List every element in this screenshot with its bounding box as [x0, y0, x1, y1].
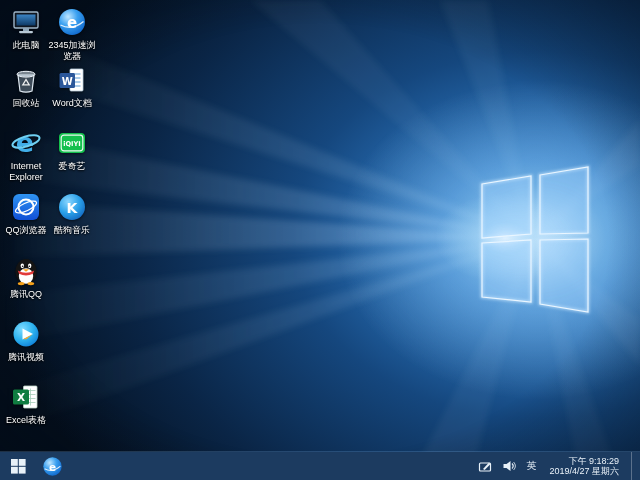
- desktop-icon-iqiyi[interactable]: iQIYI 爱奇艺: [46, 127, 98, 172]
- computer-icon: [10, 6, 42, 38]
- desktop-icon-internet-explorer[interactable]: e Internet Explorer: [0, 127, 52, 183]
- e-letter: e: [67, 14, 77, 32]
- w-letter: W: [62, 76, 73, 87]
- desktop-icon-excel[interactable]: X Excel表格: [0, 381, 52, 426]
- system-tray: 英 下午 9:18:29 2019/4/27 星期六: [477, 452, 640, 480]
- desktop-icon-label: 回收站: [13, 98, 40, 109]
- pen-icon[interactable]: [477, 458, 493, 474]
- tencent-video-play-icon: [10, 318, 42, 350]
- windows-desktop: 此电脑 e 2345加速浏览器 回收站 W Word文档: [0, 0, 640, 480]
- desktop-icon-label: 腾讯视频: [8, 352, 44, 363]
- desktop-icon-this-pc[interactable]: 此电脑: [0, 6, 52, 51]
- clock-date: 2019/4/27 星期六: [549, 466, 619, 477]
- blue-e-globe-icon: e: [42, 456, 63, 477]
- ie-letter: e: [16, 127, 34, 158]
- speaker-icon[interactable]: [501, 458, 517, 474]
- taskbar: e 英 下午 9:18:29 2019/4/27 星期六: [0, 452, 640, 480]
- qq-browser-globe-icon: [10, 191, 42, 223]
- qq-penguin-icon: [10, 255, 42, 287]
- desktop-icon-label: 此电脑: [13, 40, 40, 51]
- excel-icon: X: [10, 381, 42, 413]
- clock-time: 下午 9:18:29: [549, 456, 619, 467]
- iqiyi-wordmark: iQIYI: [63, 140, 81, 148]
- desktop-icon-word[interactable]: W Word文档: [46, 64, 98, 109]
- desktop-icon-label: 2345加速浏览器: [46, 40, 98, 62]
- taskbar-pinned-2345-browser[interactable]: e: [36, 452, 68, 480]
- word-icon: W: [56, 64, 88, 96]
- x-letter: X: [17, 391, 25, 403]
- language-indicator[interactable]: 英: [525, 452, 537, 480]
- desktop-icon-label: Internet Explorer: [0, 161, 52, 183]
- desktop-icon-label: Excel表格: [6, 415, 46, 426]
- desktop-icon-label: 爱奇艺: [59, 161, 86, 172]
- desktop-icon-label: QQ浏览器: [5, 225, 46, 236]
- desktop-icon-tencent-qq[interactable]: 腾讯QQ: [0, 255, 52, 300]
- desktop-icon-qq-browser[interactable]: QQ浏览器: [0, 191, 52, 236]
- iqiyi-icon: iQIYI: [56, 127, 88, 159]
- desktop-icon-label: 酷狗音乐: [54, 225, 90, 236]
- desktop-icon-2345-browser[interactable]: e 2345加速浏览器: [46, 6, 98, 62]
- e-letter: e: [48, 460, 55, 472]
- kugou-k-icon: K: [56, 191, 88, 223]
- desktop-icon-recycle-bin[interactable]: 回收站: [0, 64, 52, 109]
- windows-start-icon: [11, 459, 26, 474]
- desktop-icon-tencent-video[interactable]: 腾讯视频: [0, 318, 52, 363]
- desktop-icon-label: 腾讯QQ: [10, 289, 42, 300]
- blue-e-globe-icon: e: [56, 6, 88, 38]
- desktop-icon-label: Word文档: [52, 98, 91, 109]
- recycle-bin-icon: [10, 64, 42, 96]
- k-letter: K: [67, 200, 79, 216]
- start-button[interactable]: [0, 452, 36, 480]
- clock[interactable]: 下午 9:18:29 2019/4/27 星期六: [545, 452, 623, 480]
- show-desktop-button[interactable]: [631, 452, 637, 480]
- desktop-icon-kugou-music[interactable]: K 酷狗音乐: [46, 191, 98, 236]
- ie-e-icon: e: [10, 127, 42, 159]
